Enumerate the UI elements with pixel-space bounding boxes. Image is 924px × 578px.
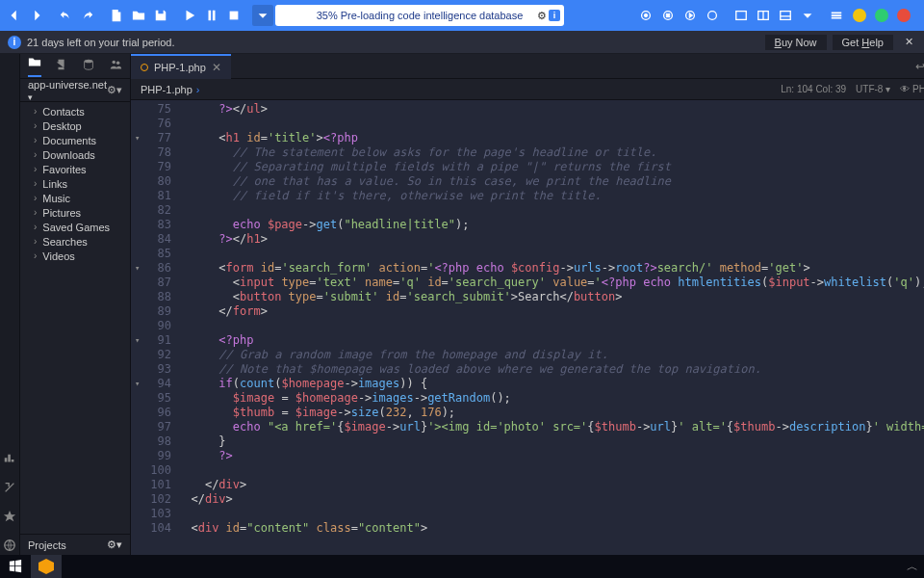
rail-star-icon[interactable] (0, 507, 19, 526)
status-encoding[interactable]: UTF-8 ▾ (856, 84, 890, 94)
circle-save-icon[interactable] (702, 5, 723, 26)
menu-icon[interactable] (826, 5, 847, 26)
new-file-button[interactable] (106, 5, 127, 26)
windows-taskbar: ︿ (0, 555, 924, 578)
svg-point-12 (85, 60, 93, 64)
trial-message: 21 days left on your trial period. (27, 37, 174, 48)
search-gear-icon[interactable]: ⚙ (537, 10, 547, 22)
trial-close-button[interactable]: ✕ (901, 36, 916, 48)
window-min-icon[interactable] (849, 5, 870, 26)
forward-button[interactable] (26, 5, 47, 26)
editor-tab-label: PHP-1.php (154, 62, 206, 73)
fold-icon[interactable]: ▾ (135, 261, 140, 276)
circle-stop-icon[interactable] (657, 5, 679, 26)
tree-item[interactable]: Videos (20, 249, 130, 263)
breadcrumb-file[interactable]: PHP-1.php (141, 84, 192, 95)
undo-button[interactable] (55, 5, 76, 26)
back-button[interactable] (4, 5, 25, 26)
sidebar-footer: Projects ⚙▾ (20, 534, 130, 555)
svg-rect-6 (736, 12, 747, 20)
sidebar-tab-copy[interactable] (55, 58, 68, 74)
sidebar-footer-label: Projects (28, 539, 66, 551)
tab-restore-icon[interactable]: ↩ (911, 60, 924, 73)
editor-tabs: PHP-1.php ✕ ↩ ＋ (131, 54, 924, 79)
taskbar-app-icon[interactable] (31, 555, 62, 578)
search-status-text: 35% Pre-loading code intelligence databa… (317, 10, 524, 21)
svg-point-5 (708, 12, 717, 20)
layout-split-icon[interactable] (753, 5, 774, 26)
fold-icon[interactable]: ▾ (135, 377, 140, 391)
line-number-gutter: 757677▾787980818283848586▾8788899091▾929… (131, 100, 177, 555)
tree-item[interactable]: Contacts (20, 104, 130, 118)
tree-item[interactable]: Downloads (20, 147, 130, 162)
modified-indicator-icon (141, 64, 148, 71)
status-position[interactable]: Ln: 104 Col: 39 (781, 84, 846, 94)
info-icon: i (8, 36, 21, 49)
rail-branch-icon[interactable] (0, 478, 19, 497)
play-button[interactable] (179, 5, 200, 26)
buy-now-button[interactable]: Buy Now (765, 35, 827, 50)
tree-item[interactable]: Desktop (20, 118, 130, 133)
layout-dropdown[interactable] (797, 5, 818, 26)
code-editor[interactable]: 757677▾787980818283848586▾8788899091▾929… (131, 100, 924, 555)
sidebar-file-tree: ContactsDesktopDocumentsDownloadsFavorit… (20, 102, 130, 534)
rail-globe-icon[interactable] (0, 536, 19, 555)
editor-area: PHP-1.php ✕ ↩ ＋ PHP-1.php › Ln: 104 Col:… (131, 54, 924, 555)
tree-item[interactable]: Searches (20, 234, 130, 249)
svg-point-1 (644, 13, 648, 17)
save-button[interactable] (150, 5, 171, 26)
status-language[interactable]: PHP (900, 84, 924, 94)
sidebar-tab-files[interactable] (28, 55, 41, 77)
tree-item[interactable]: Pictures (20, 205, 130, 220)
tree-item[interactable]: Music (20, 191, 130, 205)
sidebar-host-header: app-universe.net ⚙▾ (20, 79, 130, 102)
tab-close-icon[interactable]: ✕ (212, 61, 221, 74)
window-close-icon[interactable] (893, 5, 914, 26)
activity-bar (0, 54, 20, 555)
svg-point-13 (113, 61, 116, 65)
circle-play-icon[interactable] (680, 5, 701, 26)
sidebar-footer-gear-icon[interactable]: ⚙▾ (107, 539, 122, 551)
start-button[interactable] (0, 555, 31, 578)
trial-notification-bar: i 21 days left on your trial period. Buy… (0, 31, 924, 54)
editor-tab-active[interactable]: PHP-1.php ✕ (131, 54, 231, 79)
breadcrumb-chevron-icon[interactable]: › (196, 84, 200, 95)
tree-item[interactable]: Favorites (20, 162, 130, 176)
toolbar-dropdown[interactable] (252, 5, 273, 26)
svg-point-14 (116, 62, 120, 66)
svg-rect-9 (781, 12, 791, 20)
tree-item[interactable]: Saved Games (20, 220, 130, 234)
sidebar-tab-users[interactable] (109, 58, 122, 74)
breadcrumb-bar: PHP-1.php › Ln: 104 Col: 39 UTF-8 ▾ PHP (131, 79, 924, 100)
layout-single-icon[interactable] (731, 5, 752, 26)
record-icon[interactable] (635, 5, 656, 26)
sidebar-tab-db[interactable] (82, 58, 95, 74)
search-info-icon[interactable]: i (549, 10, 560, 21)
main-toolbar: 35% Pre-loading code intelligence databa… (0, 0, 924, 31)
code-lines[interactable]: ?></ul> <h1 id='title'><?php // The stat… (177, 100, 924, 555)
window-max-icon[interactable] (871, 5, 892, 26)
rail-chart-icon[interactable] (0, 449, 19, 468)
sidebar-tabs (20, 54, 130, 79)
search-field[interactable]: 35% Pre-loading code intelligence databa… (275, 5, 564, 26)
redo-button[interactable] (77, 5, 98, 26)
open-file-button[interactable] (128, 5, 149, 26)
tree-item[interactable]: Documents (20, 133, 130, 147)
svg-rect-3 (666, 13, 670, 17)
get-help-button[interactable]: Get Help (833, 35, 893, 50)
sidebar: app-universe.net ⚙▾ ContactsDesktopDocum… (20, 54, 131, 555)
stop-button[interactable] (223, 5, 244, 26)
layout-panel-icon[interactable] (775, 5, 796, 26)
fold-icon[interactable]: ▾ (135, 131, 140, 145)
sidebar-gear-icon[interactable]: ⚙▾ (107, 84, 122, 96)
sidebar-host-name[interactable]: app-universe.net (28, 79, 107, 102)
tree-item[interactable]: Links (20, 176, 130, 191)
taskbar-tray-expand-icon[interactable]: ︿ (901, 559, 924, 575)
pause-button[interactable] (201, 5, 222, 26)
fold-icon[interactable]: ▾ (135, 333, 140, 348)
